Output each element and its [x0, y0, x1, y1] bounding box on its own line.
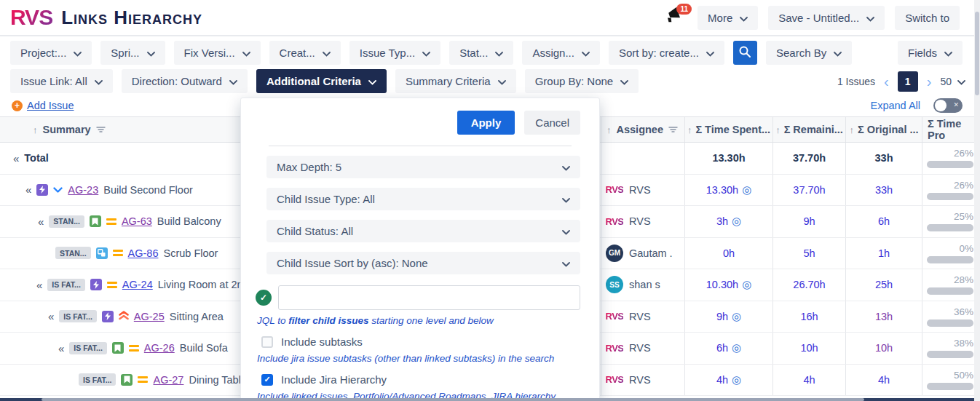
time-value[interactable]: 4h: [878, 374, 890, 386]
expand-chevron-icon[interactable]: [53, 184, 63, 196]
sort-asc-icon[interactable]: ↑: [606, 124, 612, 135]
save-button[interactable]: Save - Untitled...: [768, 6, 885, 30]
collapse-caret[interactable]: «: [36, 279, 42, 291]
eye-icon[interactable]: ◎: [742, 278, 751, 291]
eye-icon[interactable]: ◎: [732, 373, 741, 386]
issue-key-link[interactable]: AG-24: [122, 279, 153, 290]
checkbox-checked[interactable]: ✓: [261, 374, 273, 386]
time-value[interactable]: 3h: [716, 215, 728, 227]
add-issue-link[interactable]: + Add Issue: [12, 100, 74, 111]
page-size-select[interactable]: 50: [940, 76, 965, 87]
filter-project[interactable]: Project:...: [10, 41, 92, 65]
time-value[interactable]: 33h: [875, 184, 893, 196]
cancel-button[interactable]: Cancel: [524, 111, 580, 135]
collapse-caret[interactable]: «: [13, 152, 19, 164]
filter-group-by-none[interactable]: Group By: None: [525, 69, 639, 93]
next-page-icon[interactable]: ›: [927, 74, 932, 89]
checkbox-row-include-jira-hierarchy[interactable]: ✓Include Jira Hierarchy: [261, 373, 580, 386]
column-header-original[interactable]: ↑Σ Original ...: [845, 117, 922, 142]
filter-creat[interactable]: Creat...: [269, 41, 341, 65]
popup-select-max-depth[interactable]: Max Depth: 5: [266, 156, 580, 178]
fields-button[interactable]: Fields: [898, 41, 963, 65]
progress-cell: 50%: [922, 365, 980, 396]
sort-asc-icon[interactable]: ↑: [33, 124, 38, 135]
filter-additional-criteria[interactable]: Additional Criteria: [256, 69, 387, 93]
sort-asc-icon[interactable]: ↑: [687, 124, 692, 135]
vertical-scrollbar[interactable]: [974, 0, 980, 401]
issue-key-link[interactable]: AG-63: [122, 215, 152, 227]
popup-select-child-issue-sort-by-asc[interactable]: Child Issue Sort by (asc): None: [266, 252, 580, 274]
eye-icon[interactable]: ◎: [732, 341, 741, 354]
filter-direction-outward[interactable]: Direction: Outward: [122, 69, 248, 93]
column-header-remaini[interactable]: ↑Σ Remaini...: [772, 117, 845, 142]
time-value[interactable]: 10h: [800, 342, 818, 354]
time-value[interactable]: 10h: [875, 342, 893, 354]
chevron-down-icon: [147, 47, 155, 59]
time-value[interactable]: 10.30h: [706, 279, 738, 290]
sort-asc-icon[interactable]: ↑: [849, 124, 854, 135]
prev-page-icon[interactable]: ‹: [884, 74, 889, 89]
more-button[interactable]: More: [698, 6, 758, 30]
jql-input[interactable]: [278, 285, 580, 310]
sort-asc-icon[interactable]: ↑: [775, 124, 781, 135]
checkbox-unchecked[interactable]: [261, 336, 273, 348]
time-value[interactable]: 9h: [803, 215, 815, 227]
filter-assign[interactable]: Assign...: [522, 41, 600, 65]
time-value[interactable]: 37.70h: [793, 184, 825, 196]
chevron-down-icon: [582, 47, 590, 59]
filter-fix-versi[interactable]: Fix Versi...: [174, 41, 261, 65]
search-button[interactable]: [733, 41, 757, 65]
popup-select-child-issue-type[interactable]: Child Issue Type: All: [266, 188, 580, 210]
time-value[interactable]: 4h: [716, 374, 728, 386]
time-value[interactable]: 6h: [716, 342, 728, 354]
filter-sort-by-create[interactable]: Sort by: create...: [609, 41, 724, 65]
collapse-caret[interactable]: «: [25, 183, 31, 196]
time-value[interactable]: 9h: [716, 311, 728, 322]
collapse-caret[interactable]: «: [38, 215, 44, 228]
issue-key-link[interactable]: AG-27: [153, 374, 183, 386]
time-value[interactable]: 13.30h: [706, 184, 738, 196]
issue-key-link[interactable]: AG-25: [134, 311, 165, 322]
collapse-caret[interactable]: «: [58, 342, 64, 354]
filter-lines-icon[interactable]: [96, 124, 106, 135]
time-value[interactable]: 0h: [723, 247, 735, 259]
time-value[interactable]: 4h: [803, 374, 815, 386]
apply-button[interactable]: Apply: [457, 111, 515, 135]
time-value[interactable]: 13h: [875, 311, 893, 322]
time-value[interactable]: 25h: [875, 279, 893, 290]
checkbox-row-include-subtasks[interactable]: Include subtasks: [261, 336, 580, 348]
filter-issue-link-all[interactable]: Issue Link: All: [10, 69, 113, 93]
eye-icon[interactable]: ◎: [742, 183, 751, 196]
eye-icon[interactable]: ◎: [732, 215, 741, 228]
issue-key-link[interactable]: AG-26: [144, 342, 175, 354]
vertical-scrollbar-thumb[interactable]: [975, 12, 979, 95]
column-header-assignee[interactable]: ↑Assignee: [601, 117, 684, 142]
time-value[interactable]: 16h: [800, 311, 818, 322]
horizontal-scrollbar-thumb[interactable]: [42, 398, 864, 401]
filter-lines-icon[interactable]: [668, 124, 678, 135]
filter-summary-criteria[interactable]: Summary Criteria: [395, 69, 516, 93]
filter-stat[interactable]: Stat...: [449, 41, 513, 65]
expand-all-toggle[interactable]: ✕: [933, 98, 963, 113]
column-header-time-spent[interactable]: ↑Σ Time Spent...: [684, 117, 772, 142]
issue-key-link[interactable]: AG-86: [128, 247, 159, 259]
expand-all-link[interactable]: Expand All: [870, 100, 920, 111]
expand-all-wrap: Expand All ✕: [870, 98, 968, 113]
current-page[interactable]: 1: [898, 71, 918, 92]
switch-to-button[interactable]: Switch to: [895, 6, 960, 30]
popup-select-child-status[interactable]: Child Status: All: [266, 220, 580, 242]
filter-issue-typ[interactable]: Issue Typ...: [349, 41, 440, 65]
filter-spri[interactable]: Spri...: [100, 41, 165, 65]
time-value[interactable]: 26.70h: [793, 279, 825, 290]
additional-criteria-popup: Apply Cancel Max Depth: 5Child Issue Typ…: [240, 98, 600, 401]
issue-key-link[interactable]: AG-23: [68, 184, 98, 196]
time-value[interactable]: 6h: [878, 215, 890, 227]
column-header-time-pro[interactable]: Σ Time Pro: [922, 117, 980, 142]
horizontal-scrollbar[interactable]: [0, 398, 974, 401]
time-value[interactable]: 1h: [878, 247, 890, 259]
search-by-button[interactable]: Search By: [766, 41, 852, 65]
announcement-button[interactable]: 11: [663, 7, 687, 28]
time-value[interactable]: 5h: [803, 247, 815, 259]
eye-icon[interactable]: ◎: [732, 310, 741, 323]
collapse-caret[interactable]: «: [48, 310, 54, 322]
